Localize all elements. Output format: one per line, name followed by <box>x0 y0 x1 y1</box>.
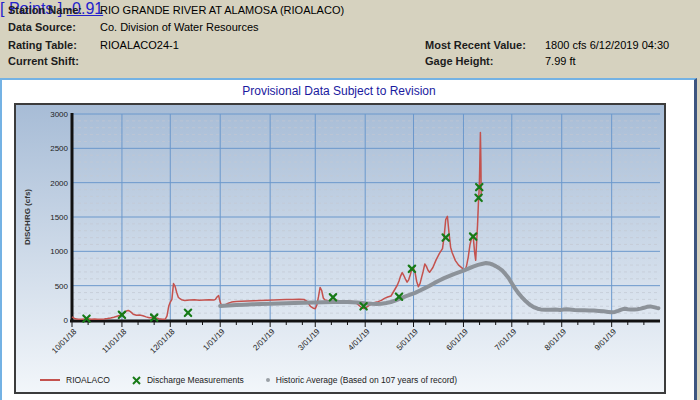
chart-panel: Provisional Data Subject to Revision 10/… <box>0 78 697 400</box>
most-recent-value-label: Most Recent Value: <box>425 39 526 51</box>
y-tick-label: 3000 <box>50 110 68 119</box>
y-tick-label: 2000 <box>50 179 68 188</box>
gage-height-value: 7.99 ft <box>545 55 576 67</box>
most-recent-value: 1800 cfs 6/12/2019 04:30 <box>545 39 669 51</box>
rating-table-value: RIOALACO24-1 <box>100 39 179 51</box>
current-shift-label: Current Shift: <box>8 55 79 67</box>
red-line-swatch-icon <box>40 379 60 381</box>
chart-title: Provisional Data Subject to Revision <box>14 84 664 98</box>
legend-item-measurements: Discharge Measurements <box>132 375 244 385</box>
station-name-value: RIO GRANDE RIVER AT ALAMOSA (RIOALACO) <box>100 4 344 16</box>
data-source-label: Data Source: <box>8 21 76 33</box>
chart-legend: RIOALACO Discharge Measurements Historic… <box>40 375 479 385</box>
rating-table-label: Rating Table: <box>8 39 77 51</box>
y-tick-label: 1500 <box>50 213 68 222</box>
legend-label-rioalaco: RIOALACO <box>66 375 110 385</box>
discharge-chart-svg: 10/01/1811/01/1812/01/181/01/192/01/193/… <box>16 105 664 392</box>
legend-item-rioalaco: RIOALACO <box>40 375 110 385</box>
data-source-value: Co. Division of Water Resources <box>100 21 259 33</box>
station-header: Station Name: RIO GRANDE RIVER AT ALAMOS… <box>0 0 700 78</box>
y-tick-label: 0 <box>64 316 69 325</box>
y-tick-label: 500 <box>55 282 69 291</box>
legend-item-historic: Historic Average (Based on 107 years of … <box>266 375 457 385</box>
gage-height-label: Gage Height: <box>425 55 493 67</box>
y-axis-label: DISCHRG (cfs) <box>23 189 32 245</box>
chart-box: 10/01/1811/01/1812/01/181/01/192/01/193/… <box>14 103 666 394</box>
y-tick-label: 1000 <box>50 247 68 256</box>
station-name-label: Station Name: <box>8 4 82 16</box>
gray-dot-swatch-icon <box>266 378 270 382</box>
y-tick-label: 2500 <box>50 144 68 153</box>
legend-label-measurements: Discharge Measurements <box>147 375 244 385</box>
legend-label-historic: Historic Average (Based on 107 years of … <box>276 375 457 385</box>
green-x-marker-icon <box>132 376 141 385</box>
